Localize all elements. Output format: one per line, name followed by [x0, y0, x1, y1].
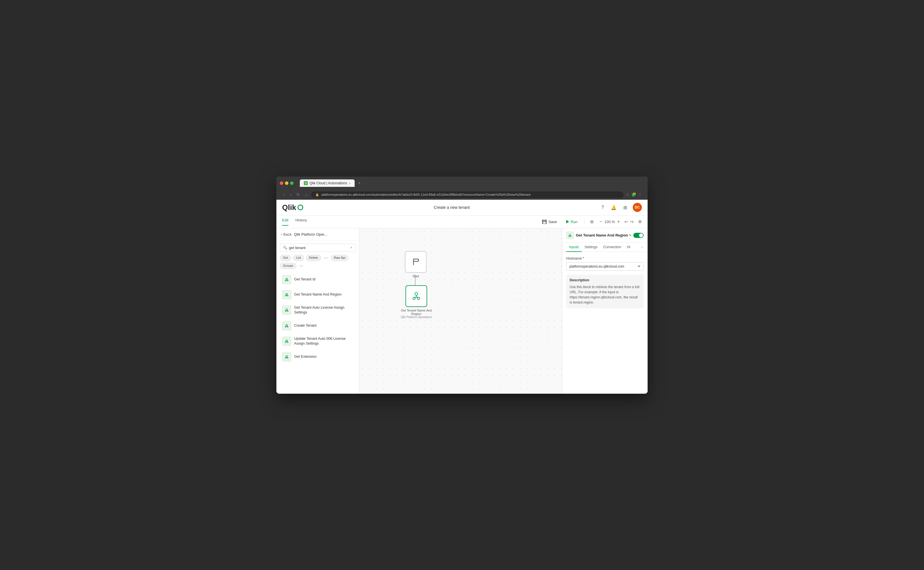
panel-tabs-arrow[interactable]: › [640, 243, 644, 251]
svg-point-6 [286, 293, 287, 295]
save-button[interactable]: 💾 Save [540, 218, 560, 225]
save-label: Save [549, 220, 557, 224]
sidebar-item-update-tenant-auto-license[interactable]: Update Tenant Auto 006 License Assign Se… [278, 334, 357, 349]
hostname-label: Hostname * [566, 256, 644, 260]
svg-point-12 [286, 309, 287, 310]
browser-window: Q Qlik Cloud | Automations × + ‹ › ↻ ⌂ 🔒… [277, 176, 647, 394]
right-panel: Get Tenant Name And Region ✎ Inputs Sett… [562, 228, 647, 394]
filter-tag-groups[interactable]: Groups [280, 263, 297, 269]
item-label-get-tenant-name-region: Get Tenant Name And Region [294, 292, 341, 297]
back-button[interactable]: ‹ Back [281, 232, 292, 236]
zoom-percent: 100 % [604, 220, 615, 224]
sidebar-item-get-tenant-name-region[interactable]: Get Tenant Name And Region [278, 287, 357, 302]
address-bar-row: ‹ › ↻ ⌂ 🔒 platformoperations.eu.qlikclou… [280, 190, 644, 200]
svg-point-18 [286, 324, 287, 326]
hostname-input-group: Hostname * platformoperations.eu.qlikclo… [566, 256, 644, 271]
panel-tab-hi[interactable]: Hi [624, 243, 633, 252]
fullscreen-window-button[interactable] [290, 181, 294, 185]
svg-point-24 [286, 340, 287, 342]
sidebar-item-get-extension[interactable]: Get Extension [278, 349, 357, 364]
tab-history[interactable]: History [295, 218, 307, 226]
panel-tab-settings[interactable]: Settings [582, 243, 600, 252]
user-avatar[interactable]: DC [633, 203, 642, 212]
browser-actions: ☆ 🧩 ⋮ [626, 192, 642, 197]
toolbar: Edit History 💾 Save Run ⊞ − 100 % + [277, 216, 647, 228]
filter-tags: Get List Delete ··· Raw Api Groups ··· [277, 255, 359, 272]
back-label: Back [283, 232, 292, 236]
filter-tag-more-button[interactable]: ··· [323, 255, 329, 261]
svg-point-36 [415, 293, 418, 295]
app-container: Qlik Create a new tenant ? 🔔 ⊞ DC Edit H… [277, 200, 647, 394]
filter-tag-more2-button[interactable]: ··· [298, 263, 304, 269]
panel-body: Hostname * platformoperations.eu.qlikclo… [562, 252, 647, 394]
search-input[interactable] [289, 246, 349, 250]
item-icon-update-tenant-auto-license [282, 337, 291, 346]
undo-redo: ↩ ↪ [624, 219, 633, 224]
toolbar-tabs: Edit History [282, 218, 307, 226]
address-bar[interactable]: 🔒 platformoperations.eu.qlikcloud.com/au… [311, 192, 624, 198]
toolbar-separator [584, 219, 584, 225]
hostname-select[interactable]: platformoperations.eu.qlikcloud.com [566, 262, 644, 271]
apps-button[interactable]: ⊞ [622, 204, 628, 211]
filter-tag-delete[interactable]: Delete [306, 255, 321, 261]
undo-button[interactable]: ↩ [624, 219, 628, 224]
tab-edit[interactable]: Edit [282, 218, 288, 226]
extensions-icon[interactable]: 🧩 [631, 192, 636, 197]
home-nav-button[interactable]: ⌂ [303, 192, 309, 198]
automation-settings-button[interactable]: ⚙ [638, 219, 642, 224]
reload-nav-button[interactable]: ↻ [295, 192, 301, 198]
new-tab-button[interactable]: + [356, 179, 363, 187]
sidebar-item-get-tenant-id[interactable]: Get Tenant Id [278, 272, 357, 287]
panel-title: Get Tenant Name And Region [576, 233, 628, 238]
item-icon-create-tenant [282, 321, 291, 330]
grid-settings-icon[interactable]: ⊞ [589, 218, 595, 225]
run-button[interactable]: Run [564, 219, 580, 225]
svg-point-0 [286, 278, 287, 280]
start-node[interactable] [405, 251, 427, 273]
item-label-get-tenant-auto-license: Get Tenant Auto License Assign Settings [294, 305, 353, 315]
search-icon: 🔍 [283, 246, 287, 250]
filter-tag-rawapi[interactable]: Raw Api [331, 255, 348, 261]
panel-tab-connection[interactable]: Connection [600, 243, 624, 252]
sidebar: ‹ Back Qlik Platform Oper... 🔍 × Get Lis… [277, 228, 359, 394]
back-nav-button[interactable]: ‹ [282, 192, 286, 198]
run-label: Run [571, 220, 578, 224]
forward-nav-button[interactable]: › [289, 192, 293, 198]
search-box[interactable]: 🔍 × [280, 244, 355, 252]
browser-controls: Q Qlik Cloud | Automations × + [280, 179, 644, 187]
item-icon-get-tenant-name-region [282, 290, 291, 299]
redo-button[interactable]: ↪ [630, 219, 633, 224]
search-clear-button[interactable]: × [351, 246, 352, 250]
item-label-get-extension: Get Extension [294, 354, 317, 360]
filter-tag-list[interactable]: List [293, 255, 304, 261]
node-start-wrapper: Start [405, 251, 427, 278]
toggle-switch[interactable] [633, 233, 644, 238]
panel-tabs: Inputs Settings Connection Hi › [562, 243, 647, 252]
minimize-window-button[interactable] [285, 181, 288, 185]
bookmark-icon[interactable]: ☆ [626, 192, 630, 197]
help-button[interactable]: ? [600, 204, 605, 211]
browser-tab[interactable]: Q Qlik Cloud | Automations × [300, 179, 355, 187]
svg-point-38 [413, 297, 415, 300]
start-node-label: Start [412, 274, 419, 278]
item-icon-get-tenant-auto-license [282, 305, 291, 315]
tab-close-button[interactable]: × [349, 181, 351, 185]
filter-tag-get[interactable]: Get [280, 255, 291, 261]
zoom-out-button[interactable]: − [600, 219, 602, 224]
notifications-button[interactable]: 🔔 [610, 204, 618, 211]
node-action-wrapper: Get Tenant Name And Region Qlik Platform… [399, 285, 434, 319]
close-window-button[interactable] [280, 181, 283, 185]
app-logo: Qlik [282, 204, 303, 211]
panel-tab-inputs[interactable]: Inputs [566, 243, 582, 252]
canvas[interactable]: Start Get Tenant Name An [359, 228, 562, 394]
sidebar-item-get-tenant-auto-license[interactable]: Get Tenant Auto License Assign Settings [278, 302, 357, 318]
item-label-get-tenant-id: Get Tenant Id [294, 277, 315, 282]
menu-icon[interactable]: ⋮ [638, 192, 642, 197]
item-label-update-tenant-auto-license: Update Tenant Auto 006 License Assign Se… [294, 336, 353, 346]
action-node[interactable] [406, 285, 427, 307]
zoom-in-button[interactable]: + [617, 219, 620, 224]
description-box: Description Use this block to retrieve t… [566, 275, 644, 308]
sidebar-item-create-tenant[interactable]: Create Tenant [278, 319, 357, 333]
panel-header-left: Get Tenant Name And Region [566, 231, 628, 239]
sidebar-header: ‹ Back Qlik Platform Oper... [277, 228, 359, 241]
